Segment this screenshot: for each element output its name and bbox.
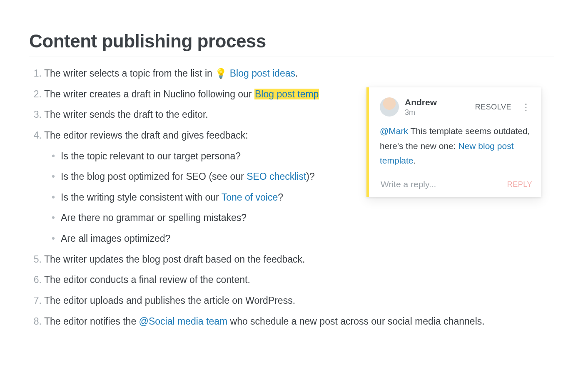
list-text: . <box>295 68 298 79</box>
list-text: The writer updates the blog post draft b… <box>44 254 305 265</box>
list-text: )? <box>306 171 314 182</box>
list-text: The editor notifies the <box>44 316 139 327</box>
resolve-button[interactable]: RESOLVE <box>475 103 511 112</box>
list-text: The writer selects a topic from the list… <box>44 68 215 79</box>
avatar[interactable] <box>380 97 399 117</box>
comment-header: Andrew 3m RESOLVE ⋮ <box>380 97 532 117</box>
mark-mention[interactable]: @Mark <box>380 126 408 136</box>
list-text: Is the writing style consistent with our <box>61 192 222 203</box>
comment-author: Andrew <box>405 97 469 107</box>
list-text: The editor reviews the draft and gives f… <box>44 130 248 141</box>
list-text: who schedule a new post across our socia… <box>227 316 485 327</box>
list-text: Are all images optimized? <box>61 233 170 244</box>
more-icon[interactable]: ⋮ <box>520 103 532 112</box>
reply-row: REPLY <box>380 179 532 190</box>
list-text: The writer creates a draft in Nuclino fo… <box>44 89 254 99</box>
list-text: Is the topic relevant to our target pers… <box>61 151 241 161</box>
seo-checklist-link[interactable]: SEO checklist <box>247 171 306 182</box>
reply-button[interactable]: REPLY <box>507 180 532 189</box>
list-text: ? <box>278 192 283 203</box>
list-text: Is the blog post optimized for SEO (see … <box>61 171 247 182</box>
list-item[interactable]: Are all images optimized? <box>61 231 554 246</box>
page-title: Content publishing process <box>29 31 554 57</box>
list-item[interactable]: Are there no grammar or spelling mistake… <box>61 211 554 226</box>
list-text: The writer sends the draft to the editor… <box>44 109 208 120</box>
comment-body: @Mark This template seems outdated, here… <box>380 124 532 168</box>
list-item[interactable]: The writer updates the blog post draft b… <box>43 252 554 267</box>
list-text: Are there no grammar or spelling mistake… <box>61 212 247 223</box>
list-item[interactable]: The editor uploads and publishes the art… <box>43 293 554 308</box>
list-item[interactable]: The editor notifies the @Social media te… <box>43 314 554 329</box>
comment-text: . <box>414 156 416 165</box>
document-page: Content publishing process The writer se… <box>0 0 583 351</box>
list-text: The editor conducts a final review of th… <box>44 274 250 285</box>
social-media-team-mention[interactable]: @Social media team <box>139 316 228 327</box>
list-item[interactable]: The writer selects a topic from the list… <box>43 66 554 81</box>
blog-post-ideas-link[interactable]: Blog post ideas <box>230 68 295 79</box>
list-item[interactable]: The editor conducts a final review of th… <box>43 273 554 288</box>
reply-input[interactable] <box>380 179 503 190</box>
comment-card: Andrew 3m RESOLVE ⋮ @Mark This template … <box>366 87 541 197</box>
list-text: The editor uploads and publishes the art… <box>44 295 295 306</box>
blog-post-template-link[interactable]: Blog post temp <box>255 89 319 99</box>
author-block: Andrew 3m <box>405 97 469 117</box>
highlighted-text[interactable]: Blog post temp <box>254 89 319 99</box>
tone-of-voice-link[interactable]: Tone of voice <box>222 192 278 203</box>
lightbulb-icon: 💡 <box>215 68 227 79</box>
comment-time: 3m <box>405 108 469 117</box>
